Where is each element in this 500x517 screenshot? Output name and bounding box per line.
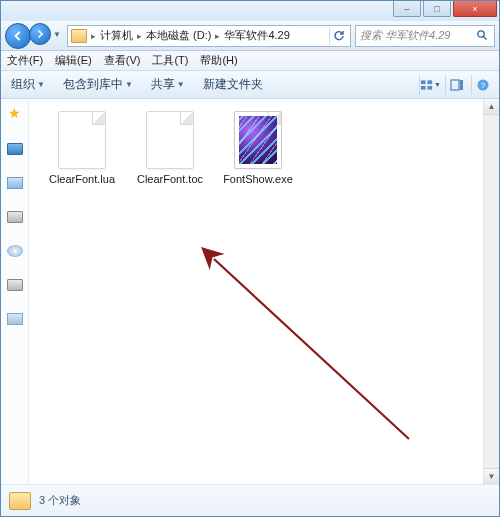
chevron-down-icon: ▼ bbox=[125, 80, 133, 89]
titlebar: – □ × bbox=[1, 1, 499, 21]
svg-line-1 bbox=[484, 36, 487, 39]
preview-pane-button[interactable] bbox=[445, 75, 467, 95]
arrow-left-icon bbox=[12, 30, 24, 42]
nav-pane[interactable]: ★ bbox=[1, 99, 29, 484]
file-name: ClearFont.lua bbox=[49, 173, 115, 185]
arrow-right-icon bbox=[35, 29, 45, 39]
vertical-scrollbar[interactable]: ▲ ▼ bbox=[483, 99, 499, 484]
svg-line-10 bbox=[214, 259, 409, 439]
menu-bar: 文件(F) 编辑(E) 查看(V) 工具(T) 帮助(H) bbox=[1, 51, 499, 71]
nav-row: ▼ ▸ 计算机 ▸ 本地磁盘 (D:) ▸ 华军软件4.29 搜索 华军软件4.… bbox=[1, 21, 499, 51]
refresh-icon bbox=[333, 30, 345, 42]
svg-rect-7 bbox=[460, 80, 463, 90]
file-item[interactable]: ClearFont.lua bbox=[47, 111, 117, 185]
minimize-button[interactable]: – bbox=[393, 1, 421, 17]
include-label: 包含到库中 bbox=[63, 76, 123, 93]
help-button[interactable]: ? bbox=[471, 75, 493, 95]
minimize-icon: – bbox=[404, 4, 409, 14]
search-icon bbox=[476, 29, 490, 43]
search-input[interactable]: 搜索 华军软件4.29 bbox=[355, 25, 495, 47]
explorer-window: – □ × ▼ ▸ 计算机 ▸ 本地磁盘 (D:) ▸ 华军软件4.29 bbox=[0, 0, 500, 517]
drive-icon[interactable] bbox=[7, 211, 23, 223]
chevron-down-icon: ▼ bbox=[37, 80, 45, 89]
file-name: ClearFont.toc bbox=[137, 173, 203, 185]
menu-tools[interactable]: 工具(T) bbox=[152, 53, 188, 68]
address-bar[interactable]: ▸ 计算机 ▸ 本地磁盘 (D:) ▸ 华军软件4.29 bbox=[67, 25, 351, 47]
share-button[interactable]: 共享▼ bbox=[147, 74, 189, 95]
command-bar: 组织▼ 包含到库中▼ 共享▼ 新建文件夹 ▼ ? bbox=[1, 71, 499, 99]
include-in-library-button[interactable]: 包含到库中▼ bbox=[59, 74, 137, 95]
file-name: FontShow.exe bbox=[223, 173, 293, 185]
close-button[interactable]: × bbox=[453, 1, 497, 17]
view-options-button[interactable]: ▼ bbox=[419, 75, 441, 95]
view-icon bbox=[420, 78, 433, 92]
svg-rect-5 bbox=[427, 85, 432, 89]
breadcrumb-computer[interactable]: 计算机 bbox=[100, 28, 133, 43]
help-icon: ? bbox=[476, 78, 490, 92]
libraries-icon[interactable] bbox=[7, 177, 23, 189]
organize-label: 组织 bbox=[11, 76, 35, 93]
share-label: 共享 bbox=[151, 76, 175, 93]
breadcrumb-drive[interactable]: 本地磁盘 (D:) bbox=[146, 28, 211, 43]
menu-edit[interactable]: 编辑(E) bbox=[55, 53, 92, 68]
new-folder-button[interactable]: 新建文件夹 bbox=[199, 74, 267, 95]
search-placeholder: 搜索 华军软件4.29 bbox=[360, 28, 450, 43]
back-button[interactable] bbox=[5, 23, 31, 49]
folder-icon bbox=[71, 29, 87, 43]
svg-point-0 bbox=[478, 30, 484, 36]
chevron-down-icon: ▼ bbox=[434, 81, 441, 88]
svg-rect-3 bbox=[427, 80, 432, 84]
preview-pane-icon bbox=[450, 78, 464, 92]
exe-icon bbox=[234, 111, 282, 169]
scroll-down-icon[interactable]: ▼ bbox=[484, 468, 499, 484]
close-icon: × bbox=[472, 4, 477, 14]
menu-file[interactable]: 文件(F) bbox=[7, 53, 43, 68]
chevron-right-icon: ▸ bbox=[137, 31, 142, 41]
breadcrumb-folder[interactable]: 华军软件4.29 bbox=[224, 28, 289, 43]
status-bar: 3 个对象 bbox=[1, 484, 499, 516]
file-list-pane[interactable]: ClearFont.lua ClearFont.toc FontShow.exe bbox=[29, 99, 499, 484]
forward-button[interactable] bbox=[29, 23, 51, 45]
menu-view[interactable]: 查看(V) bbox=[104, 53, 141, 68]
favorites-icon[interactable]: ★ bbox=[8, 105, 21, 121]
maximize-button[interactable]: □ bbox=[423, 1, 451, 17]
svg-rect-2 bbox=[421, 80, 426, 84]
scroll-up-icon[interactable]: ▲ bbox=[484, 99, 499, 115]
desktop-icon[interactable] bbox=[7, 143, 23, 155]
file-item[interactable]: FontShow.exe bbox=[223, 111, 293, 185]
svg-rect-6 bbox=[451, 80, 459, 90]
file-grid: ClearFont.lua ClearFont.toc FontShow.exe bbox=[29, 99, 499, 197]
chevron-right-icon: ▸ bbox=[91, 31, 96, 41]
annotation-arrow bbox=[179, 239, 439, 469]
document-icon bbox=[146, 111, 194, 169]
file-item[interactable]: ClearFont.toc bbox=[135, 111, 205, 185]
refresh-button[interactable] bbox=[329, 27, 347, 45]
svg-rect-4 bbox=[421, 85, 426, 89]
chevron-right-icon: ▸ bbox=[215, 31, 220, 41]
menu-help[interactable]: 帮助(H) bbox=[200, 53, 237, 68]
organize-button[interactable]: 组织▼ bbox=[7, 74, 49, 95]
folder-icon bbox=[9, 492, 31, 510]
nav-buttons: ▼ bbox=[5, 23, 63, 49]
nav-history-dropdown[interactable]: ▼ bbox=[51, 23, 63, 47]
drive-icon[interactable] bbox=[7, 279, 23, 291]
status-text: 3 个对象 bbox=[39, 493, 81, 508]
dvd-icon[interactable] bbox=[7, 245, 23, 257]
svg-text:?: ? bbox=[480, 81, 485, 90]
network-icon[interactable] bbox=[7, 313, 23, 325]
explorer-body: ★ ClearFont.lua ClearFont.toc bbox=[1, 99, 499, 484]
document-icon bbox=[58, 111, 106, 169]
newfolder-label: 新建文件夹 bbox=[203, 76, 263, 93]
maximize-icon: □ bbox=[434, 4, 439, 14]
chevron-down-icon: ▼ bbox=[177, 80, 185, 89]
